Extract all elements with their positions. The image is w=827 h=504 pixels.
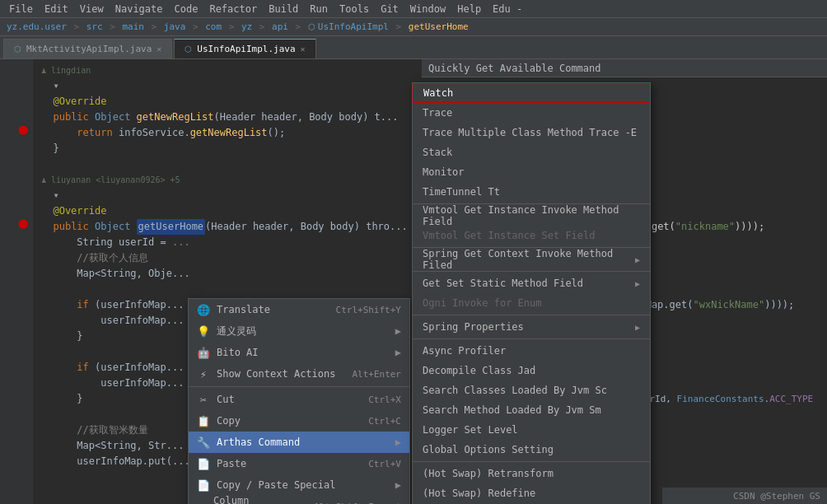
- submenu-redefine[interactable]: (Hot Swap) Redefine: [413, 483, 650, 503]
- submenu-get-set-static[interactable]: Get Set Static Method Field ▶: [413, 273, 650, 293]
- breadcrumb-user[interactable]: yz.edu.user: [7, 21, 67, 32]
- submenu-trace[interactable]: Trace: [413, 103, 650, 123]
- breadcrumb-api[interactable]: api: [272, 21, 288, 32]
- ctx-bito[interactable]: 🤖 Bito AI ▶: [189, 342, 409, 363]
- menu-tools[interactable]: Tools: [334, 2, 375, 16]
- submenu-timetunnel[interactable]: TimeTunnel Tt: [413, 182, 650, 202]
- submenu-spring-props-arrow: ▶: [635, 323, 640, 332]
- status-bar: CSDN @Stephen GS: [662, 488, 827, 504]
- breadcrumb: yz.edu.user > src > main > java > com > …: [0, 18, 827, 36]
- menu-navigate[interactable]: Navigate: [110, 2, 169, 16]
- menu-build[interactable]: Build: [263, 2, 304, 16]
- menu-view[interactable]: View: [74, 2, 110, 16]
- submenu-async-profiler[interactable]: Async Profiler: [413, 341, 650, 361]
- arthas-arrow: ▶: [395, 436, 401, 448]
- menu-edit[interactable]: Edit: [39, 2, 74, 16]
- tab-bar: ⬡ MktActivityApiImpl.java ✕ ⬡ UsInfoApiI…: [0, 36, 827, 59]
- menu-help[interactable]: Help: [451, 2, 487, 16]
- menu-run[interactable]: Run: [304, 2, 334, 16]
- copy-paste-arrow: ▶: [395, 479, 401, 491]
- ctx-arthas[interactable]: 🔧 Arthas Command ▶: [189, 432, 409, 453]
- submenu-spring-ctx[interactable]: Spring Get Context Invoke Method Filed ▶: [413, 250, 650, 269]
- ctx-copy[interactable]: 📋 Copy Ctrl+C: [189, 410, 409, 432]
- tab-mkt[interactable]: ⬡ MktActivityApiImpl.java ✕: [3, 39, 172, 58]
- breadcrumb-main[interactable]: main: [122, 21, 144, 32]
- menu-code[interactable]: Code: [169, 2, 204, 16]
- submenu-retransform[interactable]: (Hot Swap) Retransform: [413, 464, 650, 483]
- cut-icon: ✂: [197, 394, 210, 406]
- context-menu: 🌐 Translate Ctrl+Shift+Y 💡 通义灵码 ▶ 🤖 Bito…: [188, 298, 410, 504]
- submenu-monitor[interactable]: Monitor: [413, 162, 650, 182]
- bito-icon: 🤖: [197, 347, 210, 359]
- menu-window[interactable]: Window: [404, 2, 451, 16]
- submenu-global-options[interactable]: Global Options Setting: [413, 440, 650, 460]
- tab-usinfo[interactable]: ⬡ UsInfoApiImpl.java ✕: [174, 39, 315, 58]
- tongyi-arrow: ▶: [395, 325, 401, 337]
- paste-icon: 📄: [197, 458, 210, 470]
- breadcrumb-com[interactable]: com: [205, 21, 222, 32]
- ctx-cut[interactable]: ✂ Cut Ctrl+X: [189, 389, 409, 410]
- quick-command-header: Quickly Get Available Command: [422, 59, 827, 77]
- menu-bar: File Edit View Navigate Code Refactor Bu…: [0, 0, 827, 18]
- arthas-icon: 🔧: [197, 436, 210, 449]
- context-actions-icon: ⚡: [197, 368, 210, 380]
- ctx-paste[interactable]: 📄 Paste Ctrl+V: [189, 453, 409, 474]
- submenu-logger[interactable]: Logger Set Level: [413, 420, 650, 440]
- breadcrumb-class[interactable]: UsInfoApiImpl: [318, 21, 389, 32]
- breadcrumb-yz[interactable]: yz: [241, 21, 252, 32]
- ctx-context-actions[interactable]: ⚡ Show Context Actions Alt+Enter: [189, 363, 409, 385]
- menu-edu[interactable]: Edu -: [487, 2, 528, 16]
- tab-close-usinfo[interactable]: ✕: [301, 44, 306, 54]
- breadcrumb-method[interactable]: getUserHome: [409, 21, 469, 32]
- submenu-decompile[interactable]: Decompile Class Jad: [413, 361, 650, 380]
- ctx-column-selection[interactable]: Column Selection Mode Alt+Shift+Insert: [189, 496, 409, 504]
- submenu-trace-multiple[interactable]: Trace Multiple Class Method Trace -E: [413, 123, 650, 142]
- submenu-watch[interactable]: Watch: [413, 83, 650, 103]
- submenu-vmtool-set[interactable]: Vmtool Get Instance Set Field: [413, 226, 650, 245]
- submenu-spring-props[interactable]: Spring Properties ▶: [413, 317, 650, 337]
- ctx-translate[interactable]: 🌐 Translate Ctrl+Shift+Y: [189, 299, 409, 320]
- ctx-copy-paste-special[interactable]: 📄 Copy / Paste Special ▶: [189, 474, 409, 496]
- breadcrumb-src[interactable]: src: [86, 21, 103, 32]
- submenu-search-method[interactable]: Search Method Loaded By Jvm Sm: [413, 400, 650, 420]
- submenu-spring-ctx-arrow: ▶: [635, 255, 640, 264]
- breadcrumb-java[interactable]: java: [164, 21, 186, 32]
- editor-area: ⬤ ⬤ ♟ lingdian ▾ @Override: [0, 59, 827, 504]
- bito-arrow: ▶: [395, 347, 401, 358]
- right-code-panel: Map.get("nickname")))); nfoMap.get("wxNi…: [621, 59, 827, 504]
- submenu-search-classes[interactable]: Search Classes Loaded By Jvm Sc: [413, 380, 650, 400]
- submenu-stack[interactable]: Stack: [413, 142, 650, 162]
- line-numbers: ⬤ ⬤: [0, 59, 33, 504]
- submenu-get-set-arrow: ▶: [635, 279, 640, 288]
- ctx-tongyi[interactable]: 💡 通义灵码 ▶: [189, 320, 409, 342]
- submenu-vmtool-invoke[interactable]: Vmtool Get Instance Invoke Method Field: [413, 206, 650, 226]
- copy-paste-icon: 📄: [197, 479, 210, 492]
- arthas-submenu: Watch Trace Trace Multiple Class Method …: [412, 82, 651, 504]
- submenu-ogni[interactable]: Ogni Invoke for Enum: [413, 293, 650, 313]
- menu-refactor[interactable]: Refactor: [203, 2, 263, 16]
- tab-close-mkt[interactable]: ✕: [157, 44, 161, 54]
- translate-icon: 🌐: [197, 304, 210, 316]
- menu-file[interactable]: File: [3, 2, 39, 16]
- menu-git[interactable]: Git: [375, 2, 404, 16]
- tongyi-icon: 💡: [197, 325, 210, 338]
- copy-icon: 📋: [197, 415, 210, 427]
